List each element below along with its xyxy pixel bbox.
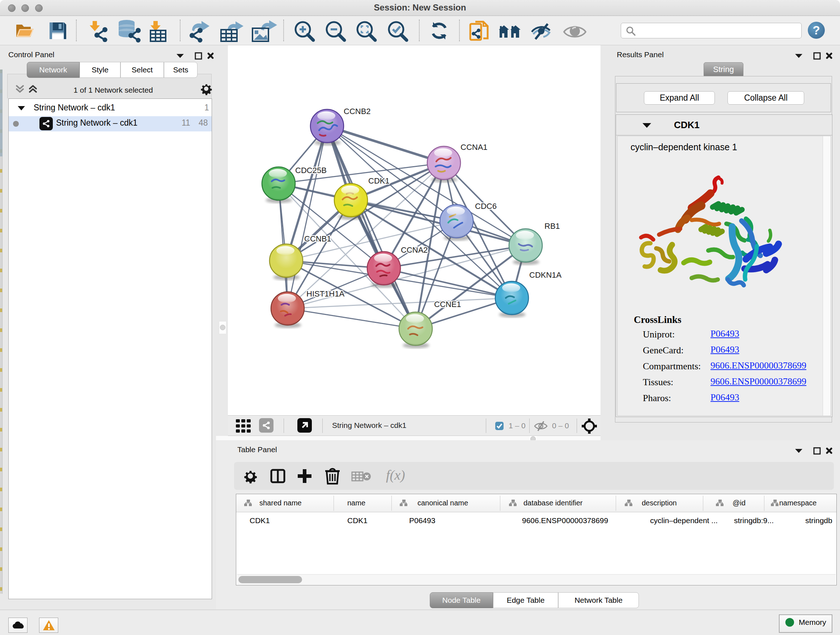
svg-text:CDKN1A: CDKN1A: [529, 271, 562, 279]
svg-text:CCNA1: CCNA1: [461, 143, 488, 152]
svg-text:CCNB1: CCNB1: [304, 234, 332, 243]
svg-text:RB1: RB1: [545, 222, 560, 231]
svg-text:CDC25B: CDC25B: [295, 166, 327, 175]
svg-text:CCNE1: CCNE1: [434, 300, 461, 309]
svg-text:CCNA2: CCNA2: [401, 245, 428, 255]
svg-text:CDC6: CDC6: [475, 202, 497, 211]
svg-text:CCNB2: CCNB2: [344, 107, 371, 116]
svg-text:CDK1: CDK1: [368, 176, 390, 185]
svg-text:HIST1H1A: HIST1H1A: [306, 289, 344, 298]
